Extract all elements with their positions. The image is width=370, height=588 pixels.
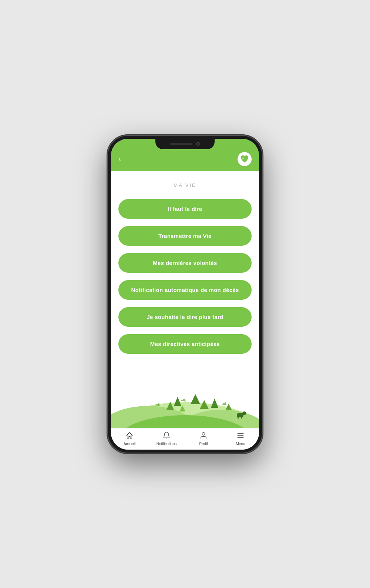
svg-point-19 <box>202 432 205 435</box>
menu-item-wrapper: Notification automatique de mon décès <box>118 276 252 303</box>
svg-marker-5 <box>174 397 181 406</box>
nav-profil[interactable]: Profil <box>192 431 215 446</box>
menu-item-wrapper: Il faut le dire <box>118 195 252 222</box>
nav-notifications[interactable]: Notifications <box>155 431 178 446</box>
hills-illustration <box>111 376 259 428</box>
svg-marker-17 <box>181 399 186 401</box>
logo-button[interactable]: ∞ <box>238 152 252 166</box>
main-content: MA VIE Il faut le direTransmettre ma Vie… <box>111 171 259 428</box>
page-title-section: MA VIE <box>111 171 259 195</box>
bell-icon <box>162 431 171 441</box>
menu-item-wrapper: Transmettre ma Vie <box>118 222 252 249</box>
btn-directives[interactable]: Mes directives anticipées <box>118 334 252 354</box>
btn-volontes[interactable]: Mes dernières volontés <box>118 253 252 273</box>
menu-item-wrapper: Mes directives anticipées <box>118 330 252 357</box>
nav-label-nav-profil: Profil <box>199 442 208 446</box>
menu-item-wrapper: Je souhaite le dire plus tard <box>118 303 252 330</box>
back-button[interactable]: ‹ <box>118 155 121 163</box>
menu-buttons-list: Il faut le direTransmettre ma VieMes der… <box>111 195 259 357</box>
svg-point-15 <box>242 411 246 415</box>
btn-transmettre[interactable]: Transmettre ma Vie <box>118 226 252 246</box>
phone-wrapper: ‹ ∞ MA VIE Il faut le direTransmettre ma… <box>107 135 263 453</box>
phone-shell: ‹ ∞ MA VIE Il faut le direTransmettre ma… <box>107 135 263 453</box>
page-title: MA VIE <box>118 182 252 188</box>
btn-il-faut[interactable]: Il faut le dire <box>118 199 252 219</box>
speaker <box>170 143 192 145</box>
svg-marker-7 <box>211 399 218 408</box>
svg-marker-18 <box>221 402 226 405</box>
svg-marker-11 <box>226 404 232 410</box>
menu-item-wrapper: Mes dernières volontés <box>118 249 252 276</box>
svg-rect-14 <box>241 416 242 419</box>
nav-label-nav-menu: Menu <box>236 442 245 446</box>
btn-souhaite[interactable]: Je souhaite le dire plus tard <box>118 307 252 327</box>
notch <box>155 139 215 149</box>
nav-label-nav-accueil: Accueil <box>124 442 135 446</box>
svg-text:∞: ∞ <box>242 157 244 160</box>
phone-screen: ‹ ∞ MA VIE Il faut le direTransmettre ma… <box>111 139 259 450</box>
bottom-navigation: AccueilNotificationsProfilMenu <box>111 428 259 450</box>
home-icon <box>125 431 134 441</box>
svg-marker-6 <box>191 394 200 404</box>
nav-accueil[interactable]: Accueil <box>118 431 141 446</box>
heart-infinity-icon: ∞ <box>240 155 249 164</box>
user-icon <box>199 431 208 441</box>
btn-notification[interactable]: Notification automatique de mon décès <box>118 280 252 300</box>
menu-icon <box>236 431 245 441</box>
nav-menu[interactable]: Menu <box>229 431 252 446</box>
nav-label-nav-notifications: Notifications <box>157 442 176 446</box>
camera <box>196 142 200 146</box>
illustration-area <box>111 357 259 428</box>
svg-rect-13 <box>238 416 239 419</box>
